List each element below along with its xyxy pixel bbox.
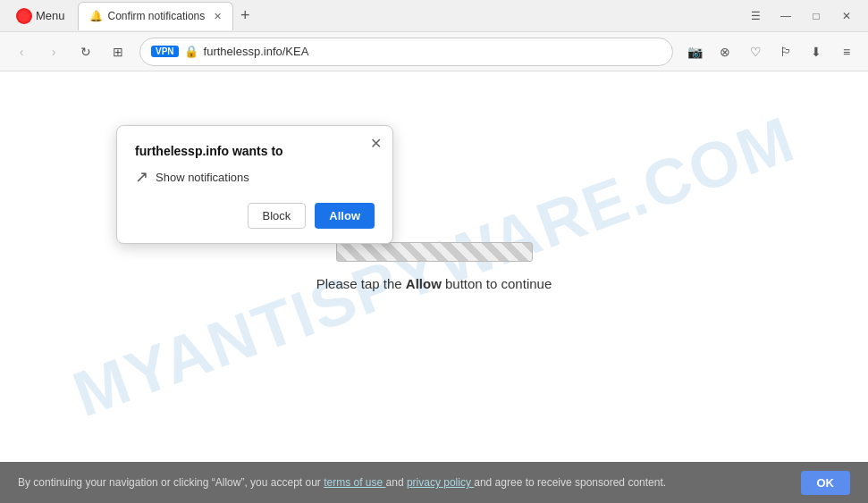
download-button[interactable]: ⬇ bbox=[802, 38, 830, 66]
webpage: MYANTISPYWARE.COM Please tap the Allow b… bbox=[0, 71, 868, 462]
opera-menu-button[interactable]: Menu bbox=[7, 4, 74, 28]
tab-confirm-notifications[interactable]: 🔔 Confirm notifications ✕ bbox=[78, 2, 234, 30]
footer-bar: By continuing your navigation or clickin… bbox=[0, 462, 868, 503]
popup-actions: Block Allow bbox=[135, 203, 375, 229]
notification-icon: ↗ bbox=[135, 167, 148, 187]
tab-bell-icon: 🔔 bbox=[89, 10, 103, 22]
instruction-bold: Allow bbox=[406, 276, 442, 291]
tabs-view-button[interactable]: ⊞ bbox=[104, 38, 132, 66]
popup-notif-row: ↗ Show notifications bbox=[135, 167, 375, 187]
nav-bar: ‹ › ↻ ⊞ VPN 🔒 furthelessp.info/KEA 📷 ⊗ ♡… bbox=[0, 32, 868, 71]
footer-text-after: and agree to receive sponsored content. bbox=[474, 476, 666, 489]
popup-title: furthelessp.info wants to bbox=[135, 144, 375, 158]
lock-icon: 🔒 bbox=[184, 45, 198, 58]
allow-button[interactable]: Allow bbox=[315, 203, 375, 229]
tab-close-button[interactable]: ✕ bbox=[214, 11, 222, 22]
shield-button[interactable]: ⊗ bbox=[711, 38, 739, 66]
menu-label: Menu bbox=[36, 9, 65, 22]
footer-text-before-link1: By continuing your navigation or clickin… bbox=[18, 476, 324, 489]
vpn-badge: VPN bbox=[151, 46, 179, 57]
popup-close-button[interactable]: ✕ bbox=[370, 135, 382, 152]
nav-right-icons: 📷 ⊗ ♡ 🏳 ⬇ ≡ bbox=[680, 38, 861, 66]
title-bar-controls: ☰ — □ ✕ bbox=[741, 4, 861, 29]
maximize-button[interactable]: □ bbox=[802, 4, 830, 29]
url-text: furthelessp.info/KEA bbox=[204, 45, 662, 58]
tab-title: Confirm notifications bbox=[108, 10, 206, 22]
terms-of-use-link[interactable]: terms of use bbox=[324, 476, 385, 489]
new-tab-button[interactable]: + bbox=[233, 4, 257, 28]
privacy-policy-link[interactable]: privacy policy bbox=[407, 476, 474, 489]
back-button[interactable]: ‹ bbox=[7, 38, 36, 66]
browser-menu-button[interactable]: ≡ bbox=[832, 38, 861, 66]
instruction-suffix: button to continue bbox=[442, 276, 552, 291]
heart-button[interactable]: ♡ bbox=[741, 38, 770, 66]
footer-text: By continuing your navigation or clickin… bbox=[18, 476, 801, 489]
ok-button[interactable]: OK bbox=[801, 471, 851, 495]
footer-text-between: and bbox=[386, 476, 404, 489]
tabs-area: 🔔 Confirm notifications ✕ + bbox=[78, 0, 741, 31]
instruction-prefix: Please tap the bbox=[316, 276, 406, 291]
page-instruction: Please tap the Allow button to continue bbox=[316, 276, 552, 291]
reload-button[interactable]: ↻ bbox=[72, 38, 100, 66]
progress-bar bbox=[336, 242, 533, 262]
settings-icon-button[interactable]: ☰ bbox=[741, 4, 770, 29]
camera-button[interactable]: 📷 bbox=[680, 38, 709, 66]
opera-logo-icon bbox=[16, 8, 32, 24]
block-button[interactable]: Block bbox=[248, 203, 307, 229]
minimize-button[interactable]: — bbox=[771, 4, 800, 29]
wallet-button[interactable]: 🏳 bbox=[771, 38, 800, 66]
close-button[interactable]: ✕ bbox=[832, 4, 861, 29]
forward-button[interactable]: › bbox=[39, 38, 68, 66]
title-bar: Menu 🔔 Confirm notifications ✕ + ☰ — □ ✕ bbox=[0, 0, 868, 32]
notif-label: Show notifications bbox=[156, 171, 249, 184]
address-bar[interactable]: VPN 🔒 furthelessp.info/KEA bbox=[139, 38, 673, 66]
notification-popup: ✕ furthelessp.info wants to ↗ Show notif… bbox=[116, 125, 393, 244]
